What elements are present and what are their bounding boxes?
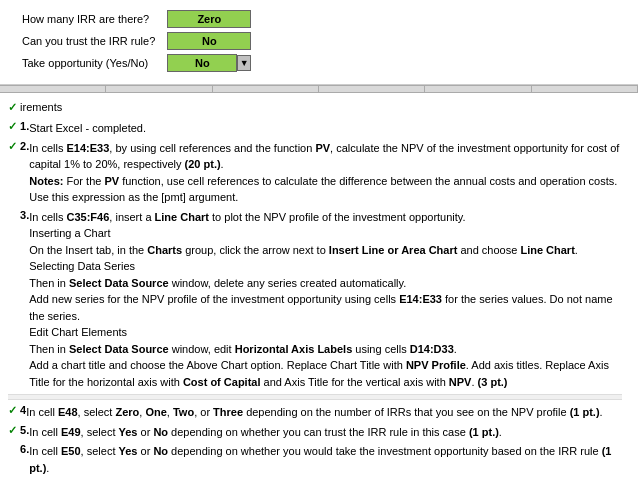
item-content-6: In cell E50, select Yes or No depending … (29, 443, 622, 476)
item-num-6: ✓ 6. (8, 443, 29, 476)
header-cell-1 (0, 86, 106, 92)
question-label-1: How many IRR are there? (16, 8, 161, 30)
header-cell-5 (425, 86, 531, 92)
requirements-heading: ✓ irements (8, 101, 622, 114)
section-edit-chart-elements: Edit Chart Elements (29, 326, 127, 338)
question-label-3: Take opportunity (Yes/No) (16, 52, 161, 74)
header-cell-3 (213, 86, 319, 92)
header-cell-2 (106, 86, 212, 92)
item-content-3: In cells C35:F46, insert a Line Chart to… (29, 209, 622, 391)
qa-row-3: Take opportunity (Yes/No) No ▼ (16, 52, 257, 74)
requirement-item-3: ✓ 3. In cells C35:F46, insert a Line Cha… (8, 209, 622, 391)
item-content-4: In cell E48, select Zero, One, Two, or T… (26, 404, 622, 421)
item-content-2: In cells E14:E33, by using cell referenc… (29, 140, 622, 206)
answer-no-2[interactable]: No (167, 54, 237, 72)
answer-zero[interactable]: Zero (167, 10, 251, 28)
item-num-5: ✓ 5. (8, 424, 29, 441)
item-content-5: In cell E49, select Yes or No depending … (29, 424, 622, 441)
dropdown-arrow-icon[interactable]: ▼ (237, 55, 251, 71)
requirement-item-1: ✓ 1. Start Excel - completed. (8, 120, 622, 137)
header-cell-6 (532, 86, 638, 92)
requirement-item-4: ✓ 4 In cell E48, select Zero, One, Two, … (8, 404, 622, 421)
item-num-1: ✓ 1. (8, 120, 29, 137)
answer-no-1[interactable]: No (167, 32, 251, 50)
requirement-item-2: ✓ 2. In cells E14:E33, by using cell ref… (8, 140, 622, 206)
item-num-3: ✓ 3. (8, 209, 29, 391)
qa-row-1: How many IRR are there? Zero (16, 8, 257, 30)
item-num-2: ✓ 2. (8, 140, 29, 206)
column-header-row (0, 85, 638, 93)
qa-row-2: Can you trust the IRR rule? No (16, 30, 257, 52)
header-cell-4 (319, 86, 425, 92)
divider (8, 394, 622, 400)
top-section: How many IRR are there? Zero Can you tru… (0, 0, 638, 85)
requirement-item-6: ✓ 6. In cell E50, select Yes or No depen… (8, 443, 622, 476)
dropdown-cell[interactable]: No ▼ (167, 54, 251, 72)
qa-table: How many IRR are there? Zero Can you tru… (16, 8, 257, 74)
content-area: ✓ irements ✓ 1. Start Excel - completed.… (0, 93, 638, 487)
item-content-1: Start Excel - completed. (29, 120, 622, 137)
section-selecting-data-series: Selecting Data Series (29, 260, 135, 272)
item-num-4: ✓ 4 (8, 404, 26, 421)
question-label-2: Can you trust the IRR rule? (16, 30, 161, 52)
section-inserting-chart: Inserting a Chart (29, 227, 110, 239)
requirement-item-5: ✓ 5. In cell E49, select Yes or No depen… (8, 424, 622, 441)
